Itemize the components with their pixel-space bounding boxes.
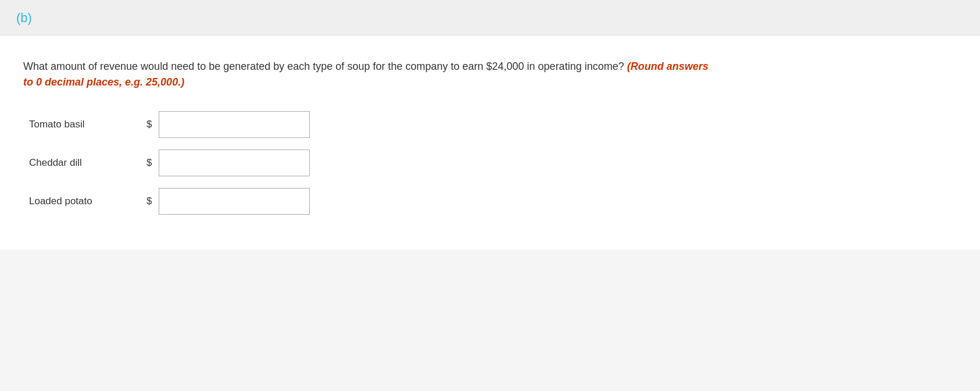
part-label: (b): [16, 10, 32, 25]
main-content: What amount of revenue would need to be …: [0, 35, 980, 250]
question-text: What amount of revenue would need to be …: [23, 59, 721, 90]
loaded-potato-label: Loaded potato: [29, 196, 140, 207]
loaded-potato-row: Loaded potato $: [29, 188, 957, 215]
tomato-basil-label: Tomato basil: [29, 119, 140, 130]
loaded-potato-currency: $: [146, 196, 152, 207]
cheddar-dill-currency: $: [146, 157, 152, 169]
tomato-basil-currency: $: [146, 119, 152, 130]
tomato-basil-input[interactable]: [159, 111, 310, 138]
tomato-basil-row: Tomato basil $: [29, 111, 957, 138]
cheddar-dill-row: Cheddar dill $: [29, 150, 957, 176]
fields-section: Tomato basil $ Cheddar dill $ Loaded pot…: [29, 111, 957, 215]
cheddar-dill-label: Cheddar dill: [29, 157, 140, 169]
cheddar-dill-input[interactable]: [159, 150, 310, 176]
question-main-text: What amount of revenue would need to be …: [23, 61, 624, 72]
loaded-potato-input[interactable]: [159, 188, 310, 215]
header-section: (b): [0, 0, 980, 35]
